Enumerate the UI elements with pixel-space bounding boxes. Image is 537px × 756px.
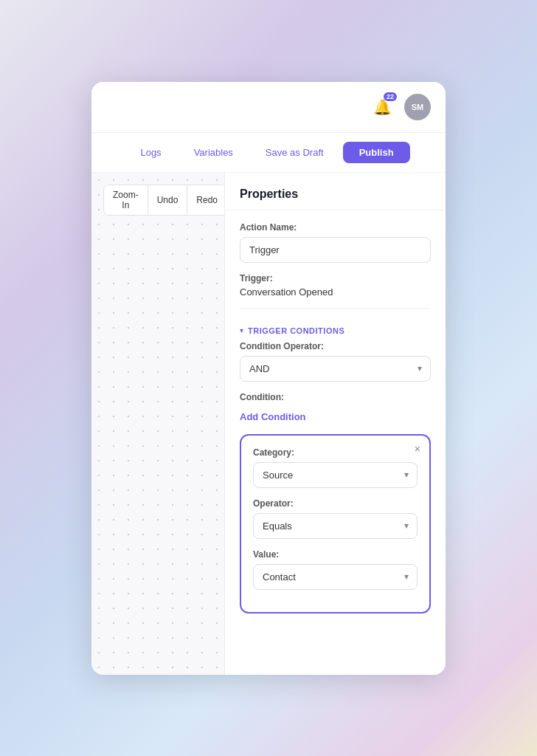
- condition-operator-wrapper: AND OR ▾: [240, 356, 431, 382]
- value-label: Value:: [253, 549, 418, 560]
- app-container: 🔔 22 SM Logs Variables Save as Draft Pub…: [91, 82, 446, 675]
- redo-button[interactable]: Redo: [187, 185, 224, 215]
- panel-content: Action Name: Trigger: Conversation Opene…: [225, 210, 446, 625]
- category-label: Category:: [253, 447, 418, 458]
- operator-label: Operator:: [253, 498, 418, 509]
- conditions-title: TRIGGER CONDITIONS: [248, 326, 344, 335]
- action-name-input[interactable]: [240, 237, 431, 263]
- variables-button[interactable]: Variables: [181, 142, 246, 163]
- properties-panel: Properties Action Name: Trigger: Convers…: [224, 173, 446, 675]
- zoom-controls: Zoom-In Undo Redo: [103, 185, 224, 216]
- value-wrapper: Contact ▾: [253, 564, 418, 590]
- trigger-section: Trigger: Conversation Opened: [240, 273, 431, 298]
- trigger-value: Conversation Opened: [240, 286, 431, 298]
- avatar[interactable]: SM: [404, 94, 431, 120]
- value-select[interactable]: Contact: [253, 564, 418, 590]
- add-condition-button[interactable]: Add Condition: [240, 407, 306, 427]
- trigger-label: Trigger:: [240, 273, 431, 284]
- conditions-header: ▾ TRIGGER CONDITIONS: [240, 319, 431, 341]
- operator-select[interactable]: Equals Not Equals: [253, 513, 418, 539]
- zoom-in-button[interactable]: Zoom-In: [104, 185, 148, 215]
- save-draft-button[interactable]: Save as Draft: [252, 142, 337, 163]
- action-name-label: Action Name:: [240, 222, 431, 233]
- operator-wrapper: Equals Not Equals ▾: [253, 513, 418, 539]
- publish-button[interactable]: Publish: [343, 142, 410, 163]
- header: 🔔 22 SM: [91, 82, 446, 133]
- condition-label: Condition:: [240, 392, 431, 402]
- panel-title: Properties: [225, 173, 446, 210]
- category-wrapper: Source ▾: [253, 462, 418, 488]
- logs-button[interactable]: Logs: [127, 142, 174, 163]
- condition-card-close-button[interactable]: ×: [415, 443, 420, 455]
- category-select[interactable]: Source: [253, 462, 418, 488]
- notification-button[interactable]: 🔔 22: [369, 94, 395, 120]
- toolbar: Logs Variables Save as Draft Publish: [91, 133, 446, 173]
- condition-operator-select[interactable]: AND OR: [240, 356, 431, 382]
- notification-badge: 22: [384, 92, 397, 101]
- divider-1: [240, 308, 431, 309]
- condition-card: × Category: Source ▾ Operator: Equals: [240, 434, 431, 614]
- canvas-panel[interactable]: Zoom-In Undo Redo: [91, 173, 224, 675]
- undo-button[interactable]: Undo: [148, 185, 188, 215]
- chevron-down-icon: ▾: [240, 326, 243, 334]
- condition-operator-label: Condition Operator:: [240, 341, 431, 351]
- canvas-area: Zoom-In Undo Redo Properties Action Name…: [91, 173, 446, 675]
